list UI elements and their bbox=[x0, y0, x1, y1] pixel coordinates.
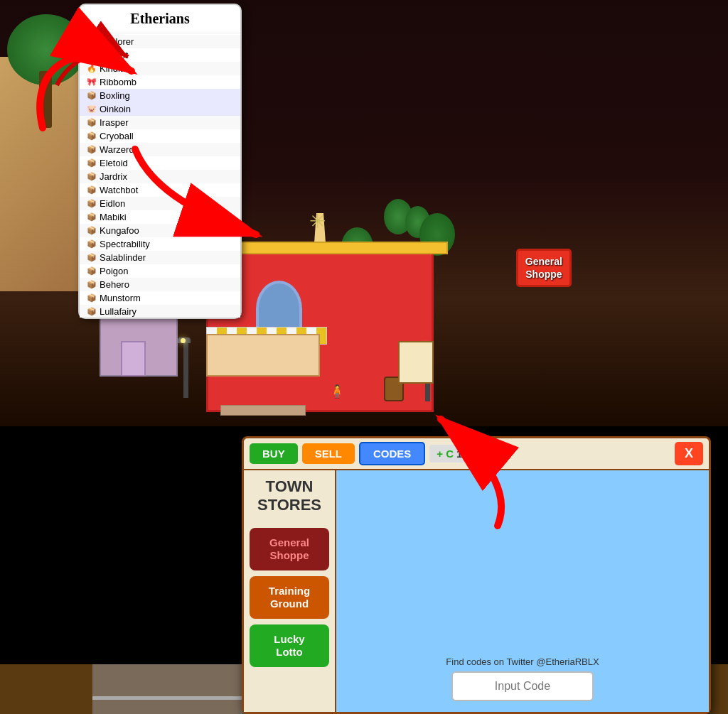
etherians-list-item: 📦Behero bbox=[80, 278, 240, 291]
tab-buy-button[interactable]: BUY bbox=[250, 443, 298, 464]
etherians-list-item: 📦Munstorm bbox=[80, 291, 240, 305]
etherians-list: 🌿Explorer🌱Terroot🔥Kindite🎀Ribbomb📦Boxlin… bbox=[80, 33, 240, 318]
etherians-list-item: 🐷Oinkoin bbox=[80, 102, 240, 116]
store-body: TOWNSTORES GeneralShoppe TrainingGround … bbox=[244, 470, 709, 712]
etherians-list-item: 📦Mabiki bbox=[80, 210, 240, 224]
currency-c-icon: C bbox=[446, 448, 454, 460]
input-code-field[interactable] bbox=[451, 671, 594, 701]
shoppe-sign: GeneralShoppe bbox=[516, 249, 572, 287]
etherians-list-item: 📦Salablinder bbox=[80, 251, 240, 264]
store-toolbar: BUY SELL CODES + C 1000 X bbox=[244, 438, 709, 470]
tab-sell-button[interactable]: SELL bbox=[302, 443, 355, 464]
lamp-light-left bbox=[181, 338, 186, 343]
windmill-blades: ✳ bbox=[309, 210, 326, 233]
etherians-list-item: 📦Boxling bbox=[80, 89, 240, 102]
etherians-list-item: 📦Lullafairy bbox=[80, 305, 240, 318]
lamp-post-left bbox=[183, 341, 188, 398]
person-silhouette: 🧍 bbox=[329, 384, 345, 399]
general-shoppe-button[interactable]: GeneralShoppe bbox=[250, 528, 329, 570]
dirt-left bbox=[0, 664, 92, 714]
etherians-title: Etherians bbox=[80, 5, 240, 33]
shoppe-counter bbox=[206, 334, 320, 377]
etherians-list-item: 📦Jardrix bbox=[80, 170, 240, 183]
training-ground-button[interactable]: TrainingGround bbox=[250, 576, 329, 619]
etherians-list-item: 📦Cryoball bbox=[80, 129, 240, 143]
etherians-list-item: 📦Warzerd bbox=[80, 143, 240, 156]
etherians-list-item: 📦Poigon bbox=[80, 264, 240, 278]
etherians-list-item: 📦Kungafoo bbox=[80, 224, 240, 237]
purple-door bbox=[121, 341, 146, 377]
etherians-list-item: 🌿Explorer bbox=[80, 35, 240, 48]
etherians-list-item: 🌱Terroot bbox=[80, 48, 240, 62]
currency-amount: 1000 bbox=[456, 448, 480, 460]
tab-codes-button[interactable]: CODES bbox=[359, 442, 425, 465]
etherians-panel: Etherians 🌿Explorer🌱Terroot🔥Kindite🎀Ribb… bbox=[78, 4, 242, 319]
shoppe-steps bbox=[220, 405, 306, 416]
currency-display: + C 1000 bbox=[429, 445, 487, 463]
find-codes-text: Find codes on Twitter @EtheriaRBLX bbox=[446, 656, 599, 667]
sign-board bbox=[398, 341, 434, 384]
etherians-list-item: 📦Irasper bbox=[80, 116, 240, 129]
store-main-content: Find codes on Twitter @EtheriaRBLX bbox=[336, 470, 709, 712]
etherians-list-item: 📦Watchbot bbox=[80, 183, 240, 197]
stores-panel: BUY SELL CODES + C 1000 X TOWNSTORES Gen… bbox=[242, 436, 711, 714]
store-sidebar: TOWNSTORES GeneralShoppe TrainingGround … bbox=[244, 470, 336, 712]
sidebar-title: TOWNSTORES bbox=[257, 477, 321, 515]
etherians-list-item: 📦Eletoid bbox=[80, 156, 240, 170]
etherians-list-item: 📦Eidlon bbox=[80, 197, 240, 210]
etherians-list-item: 📦Spectrability bbox=[80, 237, 240, 251]
tree-trunk-left bbox=[39, 71, 52, 128]
etherians-list-item: 🔥Kindite bbox=[80, 62, 240, 75]
lucky-lotto-button[interactable]: LuckyLotto bbox=[250, 624, 329, 667]
etherians-list-item: 🎀Ribbomb bbox=[80, 75, 240, 89]
currency-plus-icon: + bbox=[437, 448, 443, 460]
close-button[interactable]: X bbox=[675, 442, 703, 465]
